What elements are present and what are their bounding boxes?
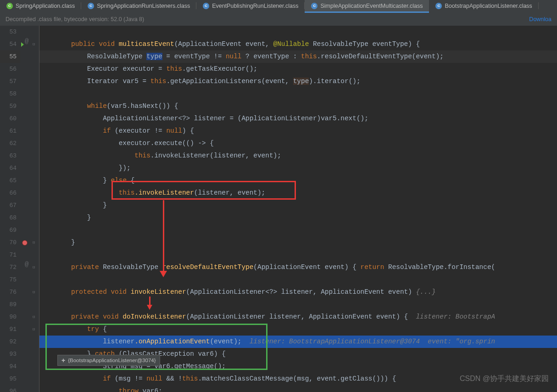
fold-open-icon[interactable]: ⊟ — [33, 42, 38, 47]
tab-event-publishing[interactable]: CEventPublishingRunListener.class — [196, 0, 305, 13]
tab-label: SpringApplicationRunListeners.class — [97, 3, 190, 9]
fold-open-icon[interactable]: ⊟ — [33, 327, 38, 332]
code-line — [39, 88, 557, 100]
code-line: protected void invokeListener(Applicatio… — [39, 286, 557, 298]
tab-label: EventPublishingRunListener.class — [212, 3, 298, 9]
class-icon: C — [88, 3, 94, 9]
code-line: if (executor != null) { — [39, 125, 557, 137]
tab-label: BootstrapApplicationListener.class — [445, 3, 532, 9]
override-icon[interactable] — [21, 42, 24, 47]
fold-close-icon[interactable]: ⊡ — [33, 240, 38, 245]
download-link[interactable]: Downloa — [529, 16, 551, 22]
code-line — [39, 224, 557, 236]
code-line: private ResolvableType resolveDefaultEve… — [39, 261, 557, 274]
code-line: } — [39, 212, 557, 224]
info-bar: Decompiled .class file, bytecode version… — [0, 13, 557, 26]
code-line: public void multicastEvent(ApplicationEv… — [39, 38, 557, 50]
marker-gutter: @ @ — [20, 26, 31, 392]
code-line — [39, 274, 557, 286]
fold-open-icon[interactable]: ⊟ — [33, 314, 38, 319]
class-icon: C — [203, 3, 209, 9]
code-line: this.invokeListener(listener, event); — [39, 187, 557, 199]
code-line: executor.execute(() -> { — [39, 137, 557, 150]
class-icon: C — [435, 3, 442, 9]
tab-bootstrap-listener[interactable]: CBootstrapApplicationListener.class — [429, 0, 538, 13]
code-line: } — [39, 236, 557, 249]
code-line: Executor executor = this.getTaskExecutor… — [39, 63, 557, 75]
code-line: } — [39, 199, 557, 212]
line-number-gutter: 5354555657585960616263646566676869707172… — [0, 26, 20, 392]
tab-label: SimpleApplicationEventMulticaster.class — [320, 3, 423, 9]
code-line: } else { — [39, 174, 557, 187]
kotlin-class-icon: C — [6, 3, 13, 9]
eval-value: {BootstrapApplicationListener@3074} — [68, 358, 156, 363]
annotation-icon: @ — [25, 38, 28, 45]
code-editor[interactable]: 5354555657585960616263646566676869707172… — [0, 26, 557, 392]
tab-run-listeners[interactable]: CSpringApplicationRunListeners.class — [81, 0, 196, 13]
code-line — [39, 26, 557, 38]
code-line-executing: listener.onApplicationEvent(event); list… — [39, 336, 557, 348]
code-line — [39, 298, 557, 311]
tab-bar: CSpringApplication.class CSpringApplicat… — [0, 0, 557, 13]
fold-open-icon[interactable]: ⊟ — [33, 290, 38, 295]
evaluate-popup[interactable]: + {BootstrapApplicationListener@3074} — [57, 355, 160, 366]
tab-simple-application-event-multicaster[interactable]: CSimpleApplicationEventMulticaster.class — [305, 0, 429, 13]
class-icon: C — [311, 3, 317, 9]
code-line: private void doInvokeListener(Applicatio… — [39, 311, 557, 323]
code-line: ApplicationListener<?> listener = (Appli… — [39, 112, 557, 125]
code-area[interactable]: public void multicastEvent(ApplicationEv… — [39, 26, 557, 392]
code-line: if (msg != null && !this.matchesClassCas… — [39, 373, 557, 385]
code-line — [39, 249, 557, 261]
tab-label: SpringApplication.class — [16, 3, 75, 9]
add-icon[interactable]: + — [61, 357, 65, 364]
code-line: }); — [39, 162, 557, 174]
code-line: ResolvableType type = eventType != null … — [39, 50, 557, 63]
annotation-icon: @ — [25, 261, 28, 268]
fold-gutter: ⊟ ⊡ ⊟ ⊟ ⊟ ⊟ — [31, 26, 39, 392]
decompile-info: Decompiled .class file, bytecode version… — [6, 16, 144, 22]
code-line: throw var6; — [39, 385, 557, 392]
breakpoint-icon[interactable] — [22, 240, 28, 246]
code-line: Iterator var5 = this.getApplicationListe… — [39, 75, 557, 88]
fold-open-icon[interactable]: ⊟ — [33, 265, 38, 270]
code-line: try { — [39, 323, 557, 336]
tab-spring-application[interactable]: CSpringApplication.class — [0, 0, 81, 13]
code-line: while(var5.hasNext()) { — [39, 100, 557, 112]
code-line: this.invokeListener(listener, event); — [39, 150, 557, 162]
